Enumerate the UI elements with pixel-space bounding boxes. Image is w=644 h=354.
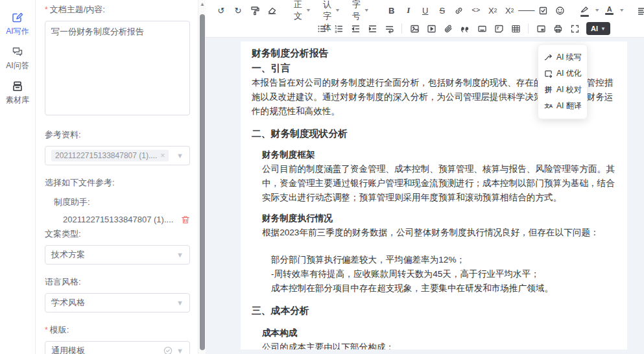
scrollbar-thumb[interactable] [200,14,205,350]
doc-type-select[interactable]: 技术方案 ▼ [45,245,190,265]
tag-close-icon[interactable]: × [160,151,165,160]
chevron-down-icon: ▼ [176,299,184,307]
doc-block-h2b: 三、成本分析 [252,303,616,318]
print-icon[interactable] [550,21,566,36]
ai-dropdown-menu: AI 续写 AI 优化 拼 AI 校对 文A AI 翻译 [538,44,588,119]
doc-block-h3b: 成本构成 [262,326,616,340]
line-break-icon[interactable] [381,21,397,36]
bold-icon[interactable]: B [384,3,400,18]
doc-block-p2: 根据2023年前三季度的财务数据，公司整体财务制度执行情况良好，但存在以下问题： [262,226,616,240]
scroll-up-arrow-icon[interactable]: ▲ [199,1,206,7]
font-color-icon[interactable]: A [602,3,617,18]
code-icon[interactable]: <> [468,3,484,18]
referenced-file-row: 2021122715133847807 (1).... [45,215,190,224]
italic-icon[interactable]: I [401,3,416,18]
referenced-file-name: 2021122715133847807 (1).... [63,215,173,224]
optimize-icon [544,69,553,78]
indent-icon[interactable] [364,21,380,36]
nav-item-material-library[interactable]: 素材库 [6,80,29,104]
highlight-dropdown-icon[interactable]: ▼ [594,3,601,18]
nav-label: AI问答 [6,62,29,70]
doc-block-h2: 二、财务制度现状分析 [252,126,616,141]
proofread-icon: 拼 [544,85,553,95]
outdent-icon[interactable] [348,21,363,36]
reference-label: 参考资料: [45,129,190,141]
template-label: *模版: [45,324,190,336]
file-reference-label: 选择如下文件参考: [45,177,190,189]
task-list-icon[interactable] [536,3,551,18]
doc-type-label: 文案类型: [45,228,190,240]
toolbar-divider [528,23,529,34]
video-icon[interactable] [423,21,439,36]
highlight-color-icon[interactable] [577,3,593,18]
editor-toolbar: ↺ ↻ 正文▼ 默认字体▼ 字号▼ B I [206,0,644,38]
toolbar-row-1: ↺ ↻ 正文▼ 默认字体▼ 字号▼ B I [213,1,639,19]
menu-item-ai-optimize[interactable]: AI 优化 [538,65,587,82]
horizontal-rule-icon[interactable]: ⸺ [519,3,534,18]
doc-block-p2: 公司目前的制度涵盖了资金管理、成本控制、预算管理、核算与报告、风险管理等方面。其… [262,162,616,205]
table-icon[interactable] [508,21,523,36]
emoji-icon[interactable] [553,3,568,18]
font-color-dropdown-icon[interactable]: ▼ [619,3,625,18]
chevron-down-icon: ▼ [176,152,184,159]
doc-block-h3: 财务制度执行情况 [262,211,616,226]
undo-icon[interactable]: ↺ [213,3,229,18]
nav-rail: AI写作 AI问答 素材库 [0,0,36,354]
underline-icon[interactable]: U [418,3,433,18]
panel-scrollbar[interactable]: ▲ [198,0,206,354]
doc-block-p2: 公司的成本主要由以下部分构成： [262,340,616,349]
link-icon[interactable] [451,3,467,18]
nav-item-ai-qa[interactable]: AI问答 [6,46,29,70]
assistant-label: 制度助手: [45,196,190,208]
image-icon[interactable] [407,21,422,36]
doc-block-li: -周转效率有待提高，应收账款周转天数为45天，高于行业平均水平； [271,267,616,281]
reference-select[interactable]: 2021122715133847807 (1).... × ▼ [45,146,190,165]
chat-icon [12,46,23,60]
ai-menu-button[interactable]: AI▼ [586,22,610,35]
style-select[interactable]: 学术风格 ▼ [45,293,190,313]
nav-label: AI写作 [6,27,29,36]
bullet-list-icon[interactable] [314,21,329,36]
paragraph-style-select[interactable]: 正文▼ [289,3,316,18]
writing-form-panel: *文档主题/内容: 写一份财务制度分析报告 参考资料: 202112271513… [36,0,198,354]
style-value: 学术风格 [51,297,85,309]
write-icon [12,12,23,25]
topic-label: *文档主题/内容: [45,4,190,16]
library-icon [12,80,23,94]
doc-block-h3: 财务制度框架 [262,148,616,162]
translate-icon: 文A [544,102,553,110]
toolbar-divider [401,23,402,34]
toolbar-row-2: AI▼ [213,19,639,38]
doc-block-lifirst: 部分部门预算执行偏差较大，平均偏差率为12%； [271,253,616,267]
fullscreen-icon[interactable] [567,21,582,36]
embed-icon[interactable] [533,21,549,36]
redo-icon[interactable]: ↻ [230,3,246,18]
template-value: 通用模板 [51,345,85,354]
menu-item-ai-translate[interactable]: 文A AI 翻译 [538,98,587,114]
subscript-icon[interactable]: X2 [485,3,501,18]
align-icon[interactable] [634,3,644,18]
nav-item-ai-writing[interactable]: AI写作 [6,12,29,36]
attachment-icon[interactable] [440,21,456,36]
template-select[interactable]: 通用模板 ▼ [45,341,190,354]
font-size-select[interactable]: 字号▼ [347,3,375,18]
blockquote-icon[interactable] [457,21,473,36]
format-painter-icon[interactable] [247,3,263,18]
menu-item-ai-proofread[interactable]: 拼 AI 校对 [538,82,587,98]
font-family-select[interactable]: 默认字体▼ [318,3,346,18]
chevron-down-icon: ▼ [176,347,184,354]
required-asterisk: * [45,325,48,335]
continue-icon [544,53,553,62]
snippet-icon[interactable] [491,21,507,36]
topic-input[interactable]: 写一份财务制度分析报告 [45,21,190,115]
nav-label: 素材库 [6,96,29,104]
menu-item-ai-continue[interactable]: AI 续写 [538,49,587,65]
strikethrough-icon[interactable]: S [435,3,450,18]
divider-block-icon[interactable] [474,21,490,36]
ordered-list-icon[interactable] [331,21,346,36]
chevron-down-icon: ▼ [176,251,184,259]
superscript-icon[interactable]: X2 [502,3,518,18]
trash-icon[interactable] [181,215,190,224]
eraser-icon[interactable] [264,3,280,18]
required-asterisk: * [45,5,48,14]
